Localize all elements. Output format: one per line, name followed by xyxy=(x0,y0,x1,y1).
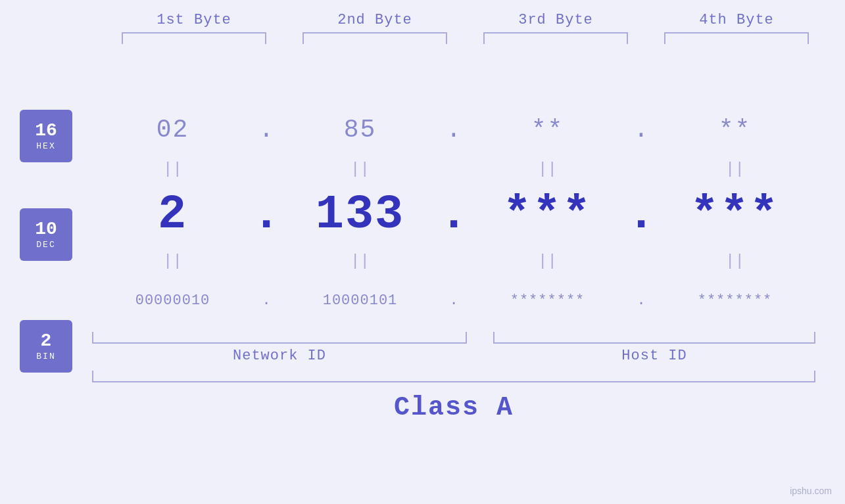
dec-dot2: . xyxy=(441,188,467,242)
bin-dot1: . xyxy=(253,292,279,309)
dec-badge: 10 DEC xyxy=(20,208,72,261)
watermark: ipshu.com xyxy=(790,486,832,496)
bracket4-line xyxy=(664,32,809,44)
bases-column: 16 HEX 10 DEC 2 BIN xyxy=(20,110,72,373)
dec-b2-cell: 133 xyxy=(279,188,441,242)
dec-b3: *** xyxy=(503,188,592,242)
outer-bottom-bracket xyxy=(92,371,815,382)
hex-num: 16 xyxy=(35,122,57,140)
byte-headers: 1st Byte 2nd Byte 3rd Byte 4th Byte xyxy=(104,12,827,28)
equals-row-1: || || || || xyxy=(92,156,815,182)
eq2-b3: || xyxy=(467,248,628,274)
labels-gap xyxy=(467,348,493,364)
bin-dot3: . xyxy=(628,292,654,309)
byte1-header: 1st Byte xyxy=(104,12,285,28)
bracket1 xyxy=(104,32,285,44)
byte3-header: 3rd Byte xyxy=(466,12,646,28)
hex-b3: ** xyxy=(531,116,564,144)
host-id-label-cell: Host ID xyxy=(493,348,815,364)
ip-rows-container: 02 . 85 . ** . ** xyxy=(92,103,815,423)
bin-b4-cell: ******** xyxy=(654,292,815,309)
hex-badge: 16 HEX xyxy=(20,110,72,162)
byte2-header: 2nd Byte xyxy=(285,12,466,28)
byte4-header: 4th Byte xyxy=(646,12,827,28)
class-label: Class A xyxy=(394,393,514,423)
hex-dot1: . xyxy=(253,116,279,144)
dec-b1-cell: 2 xyxy=(92,188,253,242)
dec-b3-cell: *** xyxy=(467,188,628,242)
bracket2-line xyxy=(302,32,447,44)
hex-dot2: . xyxy=(441,116,467,144)
host-id-label: Host ID xyxy=(621,348,687,364)
main-container: 1st Byte 2nd Byte 3rd Byte 4th Byte 16 H… xyxy=(0,0,845,504)
hex-b2-cell: 85 xyxy=(279,116,441,144)
eq1-b2: || xyxy=(279,156,441,182)
bracket4 xyxy=(646,32,827,44)
bin-b2: 10000101 xyxy=(323,292,398,309)
hex-b1-cell: 02 xyxy=(92,116,253,144)
eq1-dot1 xyxy=(253,156,279,182)
bin-b1-cell: 00000010 xyxy=(92,292,253,309)
bin-b2-cell: 10000101 xyxy=(279,292,441,309)
top-brackets xyxy=(104,32,827,44)
bracket1-line xyxy=(122,32,266,44)
eq2-dot2 xyxy=(441,248,467,274)
hex-row: 02 . 85 . ** . ** xyxy=(92,103,815,156)
hex-dot3: . xyxy=(628,116,654,144)
eq1-b1: || xyxy=(92,156,253,182)
bracket3 xyxy=(466,32,646,44)
dec-label: DEC xyxy=(36,240,55,250)
bin-b3: ******** xyxy=(510,292,585,309)
hex-b4: ** xyxy=(719,116,752,144)
hex-label: HEX xyxy=(36,141,55,151)
bin-label: BIN xyxy=(36,352,55,361)
bracket2 xyxy=(285,32,466,44)
hex-b1: 02 xyxy=(157,116,189,144)
bracket3-line xyxy=(483,32,628,44)
equals-row-2: || || || || xyxy=(92,248,815,274)
bracket-gap xyxy=(467,332,493,344)
eq1-b3: || xyxy=(467,156,628,182)
bin-b4: ******** xyxy=(698,292,773,309)
bin-row: 00000010 . 10000101 . ******** . xyxy=(92,274,815,327)
bin-b3-cell: ******** xyxy=(467,292,628,309)
hex-b2: 85 xyxy=(344,116,377,144)
network-id-label-cell: Network ID xyxy=(92,348,467,364)
bin-num: 2 xyxy=(41,332,52,350)
eq2-dot3 xyxy=(628,248,654,274)
bin-dot2: . xyxy=(441,292,467,309)
bin-b1: 00000010 xyxy=(135,292,210,309)
hex-b3-cell: ** xyxy=(467,116,628,144)
dec-b1: 2 xyxy=(158,188,187,242)
dec-num: 10 xyxy=(35,220,57,239)
class-label-row: Class A xyxy=(92,393,815,423)
eq1-b4: || xyxy=(654,156,815,182)
eq1-dot3 xyxy=(628,156,654,182)
dec-b2: 133 xyxy=(316,188,405,242)
hex-b4-cell: ** xyxy=(654,116,815,144)
id-labels-row: Network ID Host ID xyxy=(92,348,815,364)
eq2-dot1 xyxy=(253,248,279,274)
network-id-label: Network ID xyxy=(233,348,326,364)
dec-b4-cell: *** xyxy=(654,188,815,242)
eq2-b2: || xyxy=(279,248,441,274)
eq2-b1: || xyxy=(92,248,253,274)
bin-badge: 2 BIN xyxy=(20,320,72,373)
eq1-dot2 xyxy=(441,156,467,182)
dec-b4: *** xyxy=(690,188,780,242)
dec-dot1: . xyxy=(253,188,279,242)
host-id-bracket xyxy=(493,332,815,344)
eq2-b4: || xyxy=(654,248,815,274)
dec-dot3: . xyxy=(628,188,654,242)
dec-row: 2 . 133 . *** . *** xyxy=(92,182,815,248)
network-id-bracket xyxy=(92,332,467,344)
bottom-bracket-row xyxy=(92,332,815,344)
